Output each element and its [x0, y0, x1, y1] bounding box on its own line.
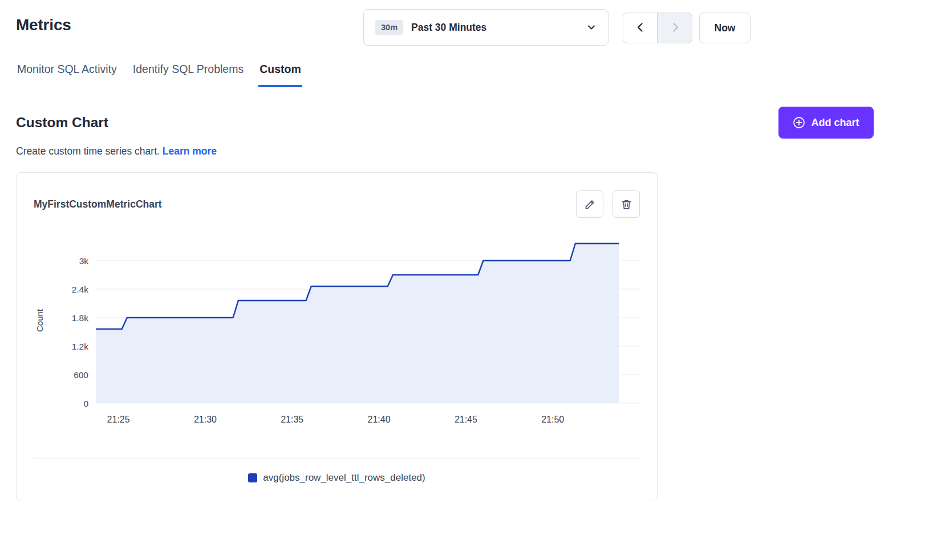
section-header: Custom Chart Add chart: [0, 87, 941, 139]
description-text: Create custom time series chart.: [16, 145, 160, 157]
time-series-chart: 06001.2k1.8k2.4k3k21:2521:3021:3521:4021…: [31, 230, 657, 437]
pencil-icon: [584, 198, 596, 210]
svg-text:0: 0: [83, 399, 88, 408]
chart-canvas: 06001.2k1.8k2.4k3k21:2521:3021:3521:4021…: [31, 230, 647, 435]
svg-text:21:40: 21:40: [368, 415, 391, 424]
time-range-selector[interactable]: 30m Past 30 Minutes: [363, 9, 609, 46]
svg-text:21:45: 21:45: [455, 415, 477, 424]
section-title: Custom Chart: [16, 115, 108, 131]
legend-swatch: [248, 473, 257, 482]
chevron-right-icon: [669, 21, 682, 35]
learn-more-link[interactable]: Learn more: [163, 145, 217, 157]
tab-identify-sql-problems[interactable]: Identify SQL Problems: [132, 58, 245, 87]
add-chart-label: Add chart: [811, 117, 859, 129]
edit-chart-button[interactable]: [576, 190, 603, 218]
chart-title: MyFirstCustomMetricChart: [34, 198, 162, 210]
now-button[interactable]: Now: [699, 13, 751, 43]
legend-label: avg(jobs_row_level_ttl_rows_deleted): [263, 472, 425, 484]
svg-text:Count: Count: [35, 309, 44, 332]
tab-custom[interactable]: Custom: [258, 58, 302, 87]
svg-text:600: 600: [74, 370, 88, 380]
time-range-badge: 30m: [375, 20, 403, 35]
svg-text:1.2k: 1.2k: [72, 342, 89, 351]
trash-icon: [620, 198, 632, 210]
svg-text:3k: 3k: [79, 256, 89, 266]
chevron-left-icon: [634, 21, 647, 35]
custom-chart-card: MyFirstCustomMetricChart: [16, 172, 658, 501]
section-description: Create custom time series chart. Learn m…: [0, 139, 941, 157]
svg-text:21:25: 21:25: [107, 415, 130, 424]
chart-legend: avg(jobs_row_level_ttl_rows_deleted): [17, 458, 657, 501]
svg-text:21:30: 21:30: [194, 415, 217, 424]
delete-chart-button[interactable]: [613, 190, 640, 218]
svg-text:1.8k: 1.8k: [72, 313, 89, 323]
time-back-button[interactable]: [623, 13, 658, 43]
tab-monitor-sql-activity[interactable]: Monitor SQL Activity: [16, 58, 118, 87]
chart-card-header: MyFirstCustomMetricChart: [17, 173, 657, 218]
plus-circle-icon: [793, 116, 805, 129]
time-range-label: Past 30 Minutes: [411, 22, 486, 34]
metrics-tabs: Monitor SQL Activity Identify SQL Proble…: [0, 55, 941, 87]
svg-text:21:50: 21:50: [541, 415, 564, 424]
page-title: Metrics: [16, 16, 71, 34]
chart-actions: [576, 190, 640, 218]
add-chart-button[interactable]: Add chart: [778, 107, 874, 139]
svg-text:21:35: 21:35: [281, 415, 303, 424]
time-forward-button[interactable]: [658, 13, 692, 43]
time-nav-group: [623, 13, 692, 43]
chevron-down-icon: [586, 22, 597, 33]
top-bar: Metrics 30m Past 30 Minutes Now: [0, 0, 941, 55]
svg-text:2.4k: 2.4k: [72, 285, 89, 294]
